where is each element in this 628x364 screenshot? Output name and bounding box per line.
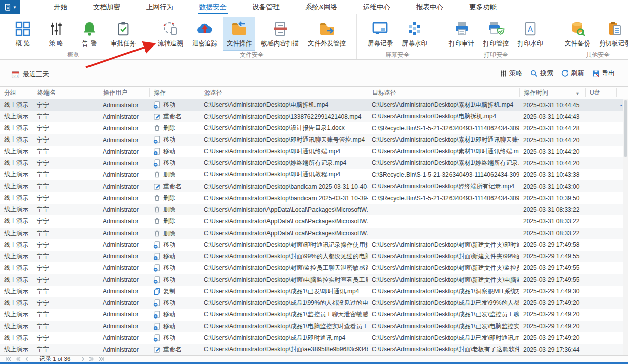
menu-tab-2[interactable]: 上网行为	[145, 0, 174, 15]
app-menu-button[interactable]: ▼	[0, 0, 20, 14]
table-row[interactable]: 线上演示 宁宁 Administrator 移动 C:\Users\Admini…	[0, 99, 623, 111]
table-row[interactable]: 线上演示 宁宁 Administrator 移动 C:\Users\Admini…	[0, 309, 623, 321]
table-row[interactable]: 线上演示 宁宁 Administrator 移动 C:\Users\Admini…	[0, 134, 623, 146]
ribbon-group-overview: 概 览 策 略 告 警 审批任务 概览	[0, 14, 147, 59]
table-row[interactable]: 线上演示 宁宁 Administrator 删除 C:\Users\Admini…	[0, 215, 623, 227]
ribbon-button-policy[interactable]: 策 略	[40, 17, 72, 51]
cell-dst: C:\Users\Administrator\Desktop\素材1\即时通讯聊…	[368, 135, 519, 144]
vertical-scrollbar[interactable]	[623, 99, 628, 355]
table-row[interactable]: 线上演示 宁宁 Administrator 移动 C:\Users\Admini…	[0, 274, 623, 286]
cell-group: 线上演示	[0, 194, 33, 202]
pager-next-page-button[interactable]	[88, 356, 95, 362]
cell-user: Administrator	[99, 102, 149, 109]
cell-dst: C:\Users\Administrator\Desktop\成品1\已发\电脑…	[368, 322, 519, 331]
cell-dst: C:\Users\Administrator\Desktop\成品1\已发\即时…	[368, 334, 519, 342]
table-row[interactable]: 线上演示 宁宁 Administrator 移动 C:\Users\Admini…	[0, 332, 623, 344]
ribbon-button-print-watermark[interactable]: A 打印水印	[514, 17, 547, 51]
ribbon-button-file-operation[interactable]: 文件操作	[223, 17, 255, 51]
ribbon-button-print-control[interactable]: 打印管控	[480, 17, 512, 51]
alert-bell-icon	[81, 20, 98, 38]
cell-user: Administrator	[99, 346, 149, 353]
move-icon	[153, 136, 161, 144]
export-button[interactable]: 导出	[592, 69, 615, 78]
row-menu-button[interactable]: •••	[616, 102, 623, 108]
ribbon-button-print-audit[interactable]: 打印审计	[445, 17, 478, 51]
menu-bar: ▼ 开始文档加密上网行为数据安全设备管理系统&网络运维中心报表中心更多功能	[0, 0, 628, 14]
cell-group: 线上演示	[0, 299, 33, 307]
ribbon-button-overview[interactable]: 概 览	[7, 17, 38, 51]
ribbon-button-clipboard-record[interactable]: 剪切板记录	[596, 17, 628, 51]
table-row[interactable]: 线上演示 宁宁 Administrator 复制 C:\Users\Admini…	[0, 286, 623, 297]
cell-op-label: 移动	[163, 276, 175, 284]
refresh-button[interactable]: 刷新	[561, 69, 584, 78]
table-row[interactable]: 线上演示 宁宁 Administrator 重命名 C:\Users\Admin…	[0, 180, 623, 192]
table-row[interactable]: 线上演示 宁宁 Administrator 移动 C:\Users\Admini…	[0, 157, 623, 169]
menu-tab-8[interactable]: 更多功能	[468, 0, 498, 15]
menu-tab-4[interactable]: 设备管理	[251, 0, 281, 15]
ribbon-button-approval-tasks[interactable]: 审批任务	[107, 17, 140, 51]
menu-tab-6[interactable]: 运维中心	[362, 0, 391, 15]
column-header-usb[interactable]: U盘	[585, 88, 616, 97]
cell-time: 2025-03-31 10:44:45	[519, 102, 585, 109]
ribbon-group-other-security: 文件备份 剪切板记录 其他安全	[554, 14, 628, 59]
pager-last-button[interactable]	[98, 356, 105, 362]
pager-first-button[interactable]	[5, 356, 12, 362]
cell-time: 2025-03-29 17:49:58	[519, 241, 585, 248]
column-header-user[interactable]: 操作用户	[99, 88, 149, 97]
menu-tab-1[interactable]: 文档加密	[92, 0, 121, 15]
column-header-terminal[interactable]: 终端名	[33, 88, 99, 97]
ribbon-button-screen-watermark[interactable]: 屏幕水印	[398, 17, 431, 51]
ribbon-button-file-outgoing[interactable]: 文件外发管控	[304, 17, 349, 51]
policy-button[interactable]: 策略	[500, 69, 522, 78]
cell-group: 线上演示	[0, 345, 33, 354]
scrollbar-thumb[interactable]	[624, 100, 627, 157]
table-row[interactable]: 线上演示 宁宁 Administrator 重命名 C:\Users\Admin…	[0, 111, 623, 122]
cell-group: 线上演示	[0, 252, 33, 261]
cell-user: Administrator	[99, 136, 149, 144]
sub-toolbar: 23 最近三天 策略 搜索 刷新 导出	[0, 60, 628, 86]
table-row[interactable]: 线上演示 宁宁 Administrator 移动 C:\Users\Admini…	[0, 262, 623, 274]
cell-op-label: 移动	[163, 241, 175, 249]
table-row[interactable]: 线上演示 宁宁 Administrator 删除 C:\Users\Admini…	[0, 228, 623, 239]
table-row[interactable]: 线上演示 宁宁 Administrator 删除 C:\Users\Admini…	[0, 204, 623, 215]
date-filter-button[interactable]: 23 最近三天	[11, 70, 49, 79]
cell-dst: C:\Users\Administrator\Desktop\成品1\已发\99…	[368, 299, 519, 307]
column-header-group[interactable]: 分组	[0, 88, 33, 97]
cell-group: 线上演示	[0, 159, 33, 167]
ribbon-button-sensitive-scan[interactable]: 敏感内容扫描	[257, 17, 302, 51]
column-header-target-path[interactable]: 目标路径	[368, 88, 519, 97]
column-header-source-path[interactable]: 源路径	[200, 88, 368, 97]
ribbon-button-flow-trace[interactable]: 流转追溯	[154, 17, 187, 51]
cell-group: 线上演示	[0, 182, 33, 191]
column-header-operation[interactable]: 操作	[149, 88, 200, 97]
pager-prev-button[interactable]	[25, 356, 29, 362]
menu-tab-0[interactable]: 开始	[53, 0, 68, 15]
menu-tab-5[interactable]: 系统&网络	[304, 0, 338, 15]
table-row[interactable]: 线上演示 宁宁 Administrator 移动 C:\Users\Admini…	[0, 321, 623, 332]
cell-group: 线上演示	[0, 322, 33, 331]
pager-next-button[interactable]	[81, 356, 85, 362]
search-button[interactable]: 搜索	[530, 69, 553, 78]
table-row[interactable]: 线上演示 宁宁 Administrator 删除 C:\Users\Admini…	[0, 169, 623, 180]
ribbon-button-screen-record[interactable]: 屏幕记录	[364, 17, 396, 51]
table-row[interactable]: 线上演示 宁宁 Administrator 删除 C:\Users\Admini…	[0, 192, 623, 204]
table-row[interactable]: 线上演示 宁宁 Administrator 移动 C:\Users\Admini…	[0, 239, 623, 251]
menu-tab-7[interactable]: 报表中心	[415, 0, 444, 15]
cell-src: C:\Users\Administrator\AppData\Local\Pac…	[200, 230, 368, 237]
table-row[interactable]: 线上演示 宁宁 Administrator 重命名 C:\Users\Admin…	[0, 344, 623, 355]
pager-prev-page-button[interactable]	[15, 356, 21, 362]
table-row[interactable]: 线上演示 宁宁 Administrator 移动 C:\Users\Admini…	[0, 297, 623, 309]
export-icon	[592, 70, 600, 77]
table-row[interactable]: 线上演示 宁宁 Administrator 删除 C:\Users\Admini…	[0, 122, 623, 134]
cell-src: C:\Users\Administrator\Desktop\封面\监控员工聊天…	[200, 264, 368, 272]
table-row[interactable]: 线上演示 宁宁 Administrator 移动 C:\Users\Admini…	[0, 251, 623, 262]
cell-group: 线上演示	[0, 101, 33, 109]
column-header-time[interactable]: 操作时间▼	[519, 88, 585, 97]
table-row[interactable]: 线上演示 宁宁 Administrator 移动 C:\Users\Admini…	[0, 146, 623, 157]
ribbon-button-leak-track[interactable]: 泄密追踪	[189, 17, 221, 51]
menu-tab-3[interactable]: 数据安全	[198, 0, 228, 15]
cell-terminal: 宁宁	[33, 241, 99, 249]
ribbon-button-file-backup[interactable]: 文件备份	[561, 17, 594, 51]
move-icon	[153, 334, 161, 342]
ribbon-button-alert[interactable]: 告 警	[74, 17, 105, 51]
